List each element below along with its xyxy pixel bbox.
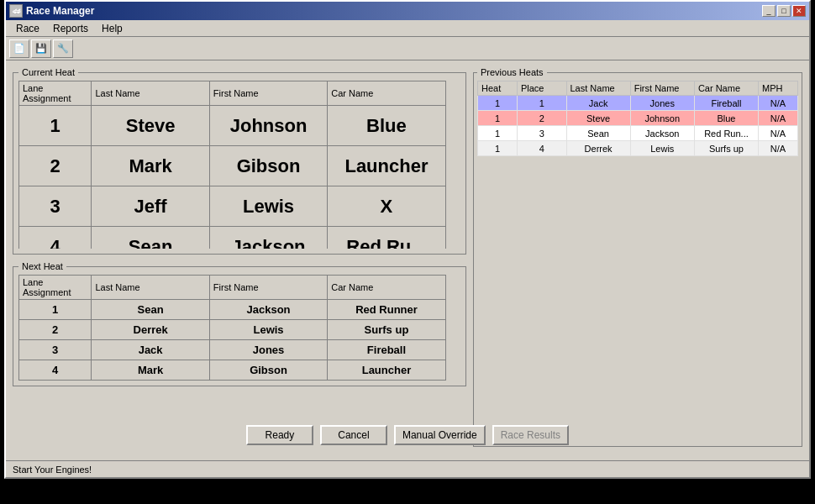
lane-cell: 2 [19,146,92,186]
table-row: 1 1 Jack Jones Fireball N/A [478,96,798,111]
first-cell: Jackson [209,227,327,249]
race-results-button[interactable]: Race Results [492,425,569,445]
prev-col-last-header: Last Name [566,81,630,96]
car-cell: Surfs up [694,141,758,156]
last-cell: Derrek [92,320,209,340]
close-button[interactable]: ✕ [792,5,806,17]
mph-cell: N/A [759,96,798,111]
place-cell: 3 [517,126,566,141]
last-cell: Sean [92,300,209,320]
car-cell: Fireball [328,340,445,360]
toolbar: 📄 💾 🔧 [6,37,809,60]
first-cell: Lewis [209,320,327,340]
next-heat-legend: Next Heat [18,261,66,271]
left-panel: Current Heat Lane Assignment [13,67,466,467]
last-cell: Sean [566,126,630,141]
last-cell: Jeff [92,186,209,227]
first-cell: Gibson [209,360,327,381]
first-cell: Lewis [630,141,694,156]
toolbar-save-button[interactable]: 💾 [31,39,51,58]
window-title: Race Manager [26,5,94,17]
col-lane-header: Lane Assignment [19,81,92,106]
lane-cell: 1 [19,300,92,320]
current-heat-header: Lane Assignment Last Name First Name Car… [19,81,460,106]
toolbar-new-button[interactable]: 📄 [9,39,29,58]
last-cell: Jack [92,340,209,360]
heat-cell: 1 [478,141,518,156]
next-heat-header: Lane Assignment Last Name First Name Car… [19,276,460,300]
car-cell: X [328,186,445,227]
right-panel: Previous Heats Heat Place [473,67,802,467]
menu-help[interactable]: Help [95,21,129,36]
car-cell: Launcher [328,146,445,186]
col-first-header: First Name [209,81,327,106]
prev-heats-panel: Previous Heats Heat Place [473,67,802,447]
app-icon: 🏎 [9,4,23,18]
table-row: 1 4 Derrek Lewis Surfs up N/A [478,141,798,156]
lane-cell: 4 [19,227,92,249]
button-bar: Ready Cancel Manual Override Race Result… [6,418,809,452]
prev-col-place-header: Place [517,81,566,96]
next-heat-scroll[interactable]: Lane Assignment Last Name First Name Car… [18,275,460,381]
lane-cell: 3 [19,186,92,227]
car-cell: Red Runner [328,300,445,320]
last-cell: Mark [92,360,209,381]
toolbar-settings-button[interactable]: 🔧 [53,39,73,58]
heat-cell: 1 [478,96,518,111]
prev-col-first-header: First Name [630,81,694,96]
current-heat-table: Lane Assignment Last Name First Name Car… [18,81,460,249]
current-heat-legend: Current Heat [18,67,78,77]
minimize-button[interactable]: _ [762,5,776,17]
current-heat-panel: Current Heat Lane Assignment [13,67,466,255]
table-row: 4 Mark Gibson Launcher [19,360,460,381]
prev-col-car-header: Car Name [694,81,758,96]
menu-race[interactable]: Race [9,21,46,36]
table-row: 1 3 Sean Jackson Red Run... N/A [478,126,798,141]
place-cell: 4 [517,141,566,156]
lane-cell: 1 [19,106,92,146]
first-cell: Gibson [209,146,327,186]
first-cell: Johnson [630,111,694,126]
manual-override-button[interactable]: Manual Override [394,425,486,445]
next-heat-table: Lane Assignment Last Name First Name Car… [18,275,460,381]
table-row: 1 Sean Jackson Red Runner [19,300,460,320]
col-last-next-header: Last Name [92,276,209,300]
ready-button[interactable]: Ready [246,425,313,445]
menu-reports[interactable]: Reports [46,21,95,36]
title-controls: _ □ ✕ [762,5,806,17]
last-cell: Jack [566,96,630,111]
table-row: 4 Sean Jackson Red Ru... [19,227,460,249]
car-cell: Blue [694,111,758,126]
place-cell: 2 [517,111,566,126]
car-cell: Fireball [694,96,758,111]
prev-heats-table: Heat Place Last Name First Name Car Name… [477,81,798,156]
car-cell: Launcher [328,360,445,381]
car-cell: Surfs up [328,320,445,340]
menu-bar: Race Reports Help [6,20,809,37]
lane-cell: 3 [19,340,92,360]
main-window: 🏎 Race Manager _ □ ✕ Race Reports Help 📄… [4,0,811,479]
status-text: Start Your Engines! [13,465,92,475]
col-first-next-header: First Name [209,276,327,300]
prev-heats-header: Heat Place Last Name First Name Car Name… [478,81,798,96]
mph-cell: N/A [759,141,798,156]
heat-cell: 1 [478,111,518,126]
current-heat-scroll[interactable]: Lane Assignment Last Name First Name Car… [18,81,460,249]
lane-cell: 2 [19,320,92,340]
mph-cell: N/A [759,126,798,141]
maximize-button[interactable]: □ [777,5,791,17]
table-row: 1 Steve Johnson Blue [19,106,460,146]
first-cell: Lewis [209,186,327,227]
status-bar: Start Your Engines! [6,460,809,477]
table-row: 2 Derrek Lewis Surfs up [19,320,460,340]
place-cell: 1 [517,96,566,111]
cancel-button[interactable]: Cancel [320,425,387,445]
first-cell: Jackson [209,300,327,320]
table-row: 3 Jeff Lewis X [19,186,460,227]
next-heat-panel: Next Heat Lane Assignment [13,261,466,386]
car-cell: Blue [328,106,445,146]
mph-cell: N/A [759,111,798,126]
prev-col-heat-header: Heat [478,81,518,96]
prev-col-mph-header: MPH [759,81,798,96]
table-row: 2 Mark Gibson Launcher [19,146,460,186]
